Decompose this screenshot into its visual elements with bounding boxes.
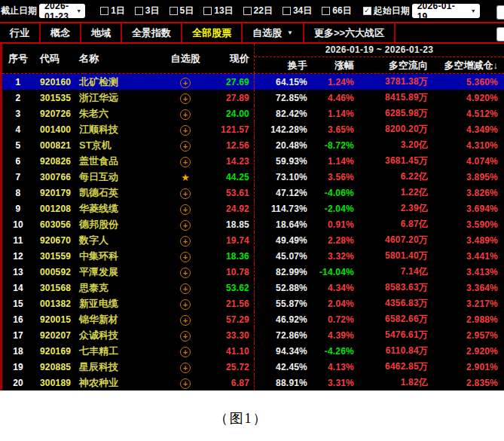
add-favorite-icon[interactable]: + (180, 315, 191, 326)
checkbox[interactable] (283, 7, 291, 15)
add-favorite-icon[interactable]: + (180, 283, 191, 294)
table-row[interactable]: 16 920015 锦华新材 + 57.29 46.92% 0.72% 6582… (2, 311, 504, 327)
table-row[interactable]: 15 001382 新亚电缆 + 21.56 55.87% 2.04% 4356… (2, 296, 504, 311)
add-favorite-icon[interactable]: + (180, 141, 191, 152)
table-row[interactable]: 17 920207 众诚科技 + 33.30 72.86% 4.39% 5476… (2, 327, 504, 343)
header-name[interactable]: 名称 (78, 52, 162, 66)
cell-delta: 3.441% (428, 251, 504, 262)
add-favorite-icon[interactable]: + (180, 78, 191, 88)
period-checkbox-group[interactable]: 3日 (135, 5, 160, 17)
add-favorite-icon[interactable]: + (180, 363, 191, 373)
clipped-button[interactable] (496, 5, 504, 20)
add-favorite-icon[interactable]: + (180, 331, 191, 341)
table-row[interactable]: 19 920885 星辰科技 + 25.72 42.45% 4.13% 6462… (2, 359, 504, 375)
cell-seq: 3 (2, 109, 34, 119)
header-fav[interactable]: 自选股 (162, 52, 209, 66)
table-row[interactable]: 10 603056 德邦股份 + 18.85 18.64% 0.91% 6.87… (2, 216, 504, 232)
tab[interactable]: 更多>>六大战区 ▼ (304, 23, 396, 42)
checkbox[interactable] (203, 7, 212, 15)
period-checkbox-group[interactable]: 1日 (100, 5, 125, 17)
header-code[interactable]: 代码 (34, 52, 78, 66)
cell-turnover: 82.42% (255, 109, 307, 119)
header-flow[interactable]: 多空流向 (354, 59, 428, 72)
cell-name: 中集环科 (78, 250, 162, 263)
add-favorite-icon[interactable]: + (180, 378, 191, 389)
period-checkbox-group[interactable]: 5日 (170, 5, 194, 17)
header-change[interactable]: 涨幅 (307, 59, 354, 72)
cell-change: 4.46% (307, 93, 354, 103)
checkbox[interactable] (243, 7, 252, 15)
cell-change: 0.72% (307, 314, 354, 325)
cell-name: 平潭发展 (78, 265, 162, 279)
header-delta-sorted[interactable]: 多空增减仓↓ (428, 59, 504, 72)
table-row[interactable]: 12 301559 中集环科 + 18.36 45.07% 3.32% 5801… (2, 248, 504, 264)
add-favorite-icon[interactable]: + (180, 236, 191, 247)
tab[interactable]: 概念 ▼ (41, 23, 81, 42)
tab[interactable]: 全景指数 ▼ (122, 23, 182, 42)
cell-turnover: 55.87% (255, 299, 307, 309)
cell-code: 301559 (34, 251, 78, 262)
period-checkbox-group[interactable]: 34日 (283, 5, 312, 17)
table-row[interactable]: 6 920826 盖世食品 + 14.23 59.93% 1.14% 3681.… (2, 153, 504, 169)
cell-change: 4.13% (307, 362, 354, 372)
cell-price: 27.89 (209, 93, 254, 103)
table-row[interactable]: 20 300189 神农种业 + 6.87 88.91% 3.31% 1.82亿… (2, 375, 504, 390)
add-favorite-icon[interactable]: + (180, 204, 191, 215)
table-row[interactable]: 1 920160 北矿检测 + 27.69 64.15% 1.24% 3781.… (2, 74, 504, 90)
add-favorite-icon[interactable]: + (180, 109, 191, 120)
header-turnover[interactable]: 换手 (255, 59, 307, 72)
tab[interactable]: 自选股 ▼ (243, 23, 304, 42)
cell-fav: + (162, 202, 209, 216)
cell-turnover: 47.12% (255, 188, 307, 198)
add-favorite-icon[interactable]: + (180, 125, 191, 136)
cell-price: 121.57 (209, 124, 254, 135)
start-date-checkbox[interactable]: ✓ (363, 7, 371, 15)
cell-turnover: 72.85% (255, 93, 307, 103)
add-favorite-icon[interactable]: + (180, 157, 191, 167)
tab-label: 地域 (91, 26, 111, 40)
table-row[interactable]: 7 300766 每日互动 ★ 44.25 73.10% 3.56% 6.22亿… (2, 169, 504, 185)
cell-flow: 6285.98万 (354, 107, 428, 120)
cell-price: 57.29 (209, 314, 254, 325)
cell-seq: 11 (2, 235, 34, 246)
tab[interactable]: 全部股票 ▼ (182, 23, 243, 42)
add-favorite-icon[interactable]: + (180, 347, 191, 357)
add-favorite-icon[interactable]: + (180, 299, 191, 310)
checkbox[interactable] (322, 7, 330, 15)
checkbox[interactable] (135, 7, 143, 15)
table-row[interactable]: 14 301568 思泰克 + 53.62 52.88% 4.34% 8583.… (2, 280, 504, 296)
table-row[interactable]: 9 001208 华菱线缆 + 24.92 114.73% -2.04% 2.3… (2, 201, 504, 216)
add-favorite-icon[interactable]: + (180, 188, 191, 199)
header-seq[interactable]: 序号 (2, 52, 34, 66)
tab[interactable]: 地域 ▼ (81, 23, 122, 42)
toolbar: 截止日期 2026-01-23 ▼ 1日 3日 5日 13日 22日 34日 6… (0, 0, 504, 23)
checkbox[interactable] (100, 7, 108, 15)
add-favorite-icon[interactable]: + (180, 220, 191, 231)
table-row[interactable]: 5 000821 ST京机 + 12.56 20.48% -8.72% 3.20… (2, 137, 504, 153)
period-checkbox-group[interactable]: 66日 (322, 5, 351, 17)
table-row[interactable]: 8 920179 凯德石英 + 53.61 47.12% -4.06% 1.22… (2, 185, 504, 201)
add-favorite-icon[interactable]: + (180, 252, 191, 262)
cell-name: 星辰科技 (78, 360, 162, 374)
add-favorite-icon[interactable]: + (180, 93, 191, 104)
period-checkbox-group[interactable]: 22日 (243, 5, 273, 17)
checkbox[interactable] (170, 7, 178, 15)
add-favorite-icon[interactable]: + (180, 268, 191, 278)
clipped-button[interactable] (496, 27, 504, 41)
period-checkbox-group[interactable]: 13日 (203, 5, 233, 17)
table-row[interactable]: 4 001400 江顺科技 + 121.57 142.28% 3.65% 820… (2, 121, 504, 137)
cell-turnover: 46.92% (255, 314, 307, 325)
table-row[interactable]: 13 000592 平潭发展 + 10.78 82.99% -14.04% 7.… (2, 264, 504, 280)
cell-change: -14.04% (307, 267, 354, 277)
cell-seq: 14 (2, 283, 34, 293)
favorite-star-icon[interactable]: ★ (181, 172, 190, 183)
table-row[interactable]: 3 920726 朱老六 + 24.00 82.42% 1.14% 6285.9… (2, 106, 504, 121)
cell-flow: 8583.63万 (354, 281, 428, 294)
table-row[interactable]: 11 920670 数字人 + 19.74 49.49% 2.28% 4607.… (2, 232, 504, 248)
table-row[interactable]: 2 301535 浙江华远 + 27.89 72.85% 4.46% 8415.… (2, 90, 504, 106)
table-row[interactable]: 18 920169 七丰精工 + 41.10 94.34% -4.26% 611… (2, 343, 504, 359)
end-date-select[interactable]: 2026-01-23 ▼ (39, 4, 85, 18)
start-date-select[interactable]: 2026-01-19 ▼ (412, 4, 480, 18)
tab[interactable]: 行业 ▼ (0, 23, 41, 42)
header-price[interactable]: 现价 (209, 52, 254, 66)
